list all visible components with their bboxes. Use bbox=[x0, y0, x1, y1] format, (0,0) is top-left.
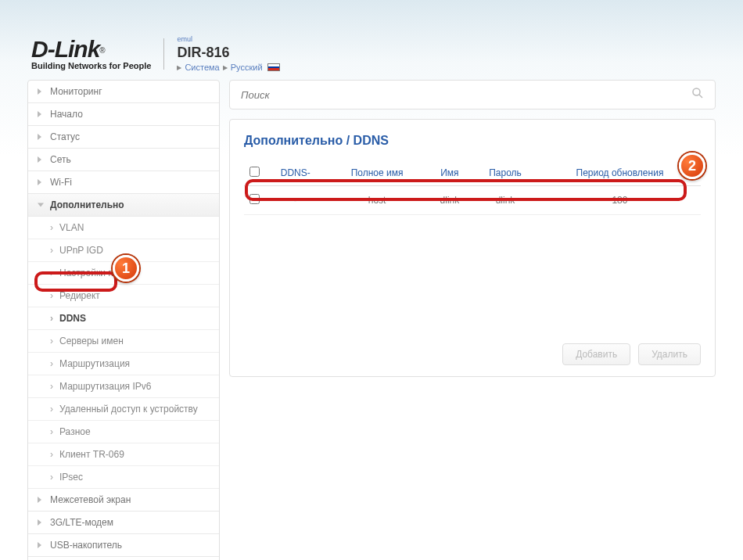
row-checkbox[interactable] bbox=[249, 194, 260, 204]
emul-label: emul bbox=[177, 35, 279, 43]
model-name: DIR-816 bbox=[177, 45, 279, 61]
sidebar-sub-ddns[interactable]: DDNS bbox=[28, 307, 219, 330]
sidebar-item-usb-накопитель[interactable]: USB-накопитель bbox=[28, 534, 219, 557]
header-divider bbox=[163, 38, 164, 70]
add-button[interactable]: Добавить bbox=[562, 343, 630, 365]
sidebar-sub-маршрутизация[interactable]: Маршрутизация bbox=[28, 353, 219, 375]
sidebar-sub-редирект[interactable]: Редирект bbox=[28, 285, 219, 307]
breadcrumb-language[interactable]: Русский bbox=[231, 63, 263, 72]
sidebar-item-межсетевой-экран[interactable]: Межсетевой экран bbox=[28, 489, 219, 512]
cell-name: dlink bbox=[428, 186, 472, 215]
sidebar-sub-удаленный-доступ-к-устройству[interactable]: Удаленный доступ к устройству bbox=[28, 398, 219, 421]
sidebar-item-статус[interactable]: Статус bbox=[28, 126, 219, 149]
logo-registered: ® bbox=[99, 46, 105, 55]
table-row[interactable]: - host dlink dlink 180 bbox=[244, 186, 701, 215]
sidebar-sub-клиент-tr-069[interactable]: Клиент TR-069 bbox=[28, 443, 219, 466]
logo-block: D-Link® Building Networks for People bbox=[31, 38, 151, 70]
col-fullname[interactable]: Полное имя bbox=[326, 160, 427, 186]
svg-line-1 bbox=[699, 95, 702, 98]
chevron-right-icon: ▶ bbox=[177, 64, 181, 71]
breadcrumb-system[interactable]: Система bbox=[185, 63, 219, 72]
sidebar-sub-маршрутизация-ipv6[interactable]: Маршрутизация IPv6 bbox=[28, 375, 219, 398]
col-period[interactable]: Период обновления bbox=[539, 160, 701, 186]
search-input[interactable] bbox=[241, 89, 691, 101]
select-all-checkbox[interactable] bbox=[249, 167, 260, 177]
logo-text: D-Link bbox=[31, 36, 99, 62]
sidebar: МониторингНачалоСтатусСетьWi-FiДополните… bbox=[27, 80, 220, 560]
col-password[interactable]: Пароль bbox=[472, 160, 539, 186]
sidebar-sub-ipsec[interactable]: IPsec bbox=[28, 466, 219, 489]
cell-fullname: host bbox=[326, 186, 427, 215]
sidebar-item-мониторинг[interactable]: Мониторинг bbox=[28, 81, 219, 103]
search-icon[interactable] bbox=[691, 87, 704, 102]
logo-tagline: Building Networks for People bbox=[31, 61, 151, 70]
sidebar-item-transmission[interactable]: Transmission bbox=[28, 557, 219, 560]
delete-button[interactable]: Удалить bbox=[638, 343, 701, 365]
sidebar-sub-upnp-igd[interactable]: UPnP IGD bbox=[28, 239, 219, 262]
chevron-right-icon: ▶ bbox=[223, 64, 228, 71]
model-block: emul DIR-816 ▶ Система ▶ Русский bbox=[177, 35, 279, 72]
sidebar-sub-настройки-по[interactable]: Настройки по bbox=[28, 262, 219, 285]
sidebar-item-3g-lte-модем[interactable]: 3G/LTE-модем bbox=[28, 512, 219, 534]
flag-russia-icon bbox=[267, 63, 280, 71]
sidebar-item-начало[interactable]: Начало bbox=[28, 103, 219, 126]
col-name[interactable]: Имя bbox=[428, 160, 472, 186]
sidebar-item-дополнительно[interactable]: Дополнительно bbox=[28, 194, 219, 217]
sidebar-sub-серверы-имен[interactable]: Серверы имен bbox=[28, 330, 219, 353]
cell-period: 180 bbox=[539, 186, 701, 215]
sidebar-item-wi-fi[interactable]: Wi-Fi bbox=[28, 171, 219, 194]
search-bar bbox=[229, 80, 716, 109]
header: D-Link® Building Networks for People emu… bbox=[0, 0, 743, 80]
svg-point-0 bbox=[693, 88, 700, 95]
content-panel: Дополнительно / DDNS DDNS- Полное имя Им… bbox=[229, 119, 716, 377]
cell-ddns: - bbox=[264, 186, 326, 215]
cell-password: dlink bbox=[472, 186, 539, 215]
sidebar-sub-vlan[interactable]: VLAN bbox=[28, 217, 219, 239]
breadcrumb: ▶ Система ▶ Русский bbox=[177, 63, 279, 72]
sidebar-sub-разное[interactable]: Разное bbox=[28, 421, 219, 443]
sidebar-item-сеть[interactable]: Сеть bbox=[28, 149, 219, 171]
page-title: Дополнительно / DDNS bbox=[244, 134, 701, 148]
col-ddns[interactable]: DDNS- bbox=[264, 160, 326, 186]
ddns-table: DDNS- Полное имя Имя Пароль Период обнов… bbox=[244, 160, 701, 215]
